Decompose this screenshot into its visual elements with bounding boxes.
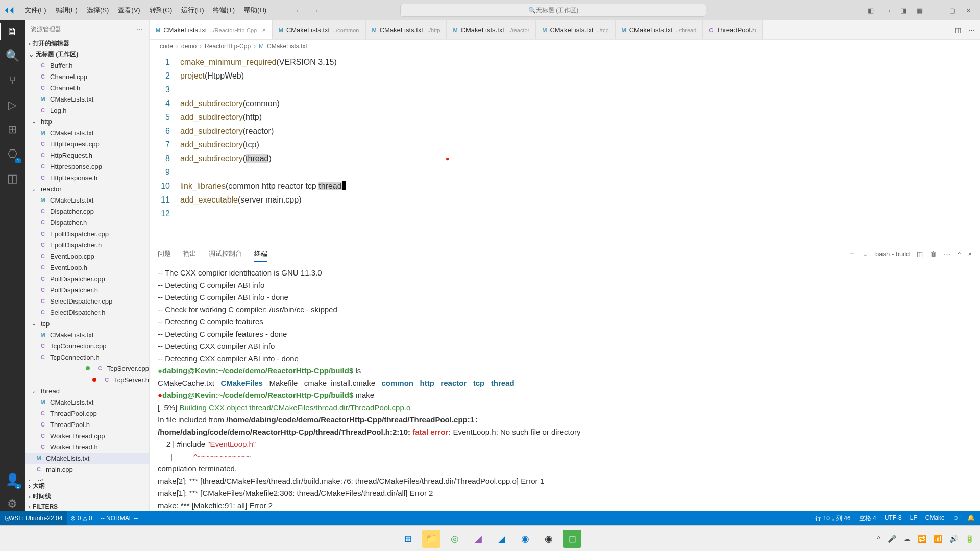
- file-item[interactable]: CHttpresponse.cpp: [24, 161, 149, 172]
- status-language[interactable]: CMake: [925, 514, 945, 523]
- explorer-icon[interactable]: 🗎: [5, 24, 19, 39]
- file-item[interactable]: CThreadPool.cpp: [24, 408, 149, 419]
- volume-icon[interactable]: 🔊: [949, 535, 958, 543]
- file-item[interactable]: CEpollDispatcher.h: [24, 239, 149, 251]
- status-spaces[interactable]: 空格:4: [859, 514, 876, 523]
- source-control-icon[interactable]: ⑂: [5, 73, 19, 88]
- status-bell-icon[interactable]: 🔔: [967, 514, 975, 523]
- file-item[interactable]: CHttpRequest.h: [24, 149, 149, 161]
- tab-close-icon[interactable]: ×: [262, 26, 266, 34]
- file-item[interactable]: MCMakeLists.txt: [24, 194, 149, 206]
- menu-help[interactable]: 帮助(H): [240, 4, 271, 17]
- layout-grid-icon[interactable]: ▦: [913, 3, 927, 17]
- tab-active[interactable]: MCMakeLists.txt../ReactorHttp-Cpp×: [150, 20, 273, 39]
- status-encoding[interactable]: UTF-8: [885, 514, 902, 523]
- tab[interactable]: MCMakeLists.txt../reactor: [447, 20, 536, 39]
- status-feedback-icon[interactable]: ☺: [953, 514, 959, 523]
- close-panel-icon[interactable]: ×: [968, 250, 972, 261]
- battery-icon[interactable]: 🔋: [965, 535, 974, 543]
- settings-icon[interactable]: ⚙: [5, 497, 19, 511]
- file-item-active[interactable]: MCMakeLists.txt: [24, 453, 149, 464]
- tab[interactable]: MCMakeLists.txt../common: [273, 20, 366, 39]
- status-eol[interactable]: LF: [910, 514, 917, 523]
- tab[interactable]: MCMakeLists.txt../http: [366, 20, 447, 39]
- menu-view[interactable]: 查看(V): [114, 4, 144, 17]
- more-icon[interactable]: ⋯: [137, 26, 143, 33]
- file-item[interactable]: CThreadPool.h: [24, 419, 149, 430]
- file-item[interactable]: CHttpResponse.h: [24, 172, 149, 183]
- file-item[interactable]: CPollDispatcher.h: [24, 284, 149, 295]
- onedrive-icon[interactable]: ☁: [903, 535, 911, 543]
- account-icon[interactable]: 👤1: [5, 472, 19, 487]
- file-item[interactable]: CDispatcher.h: [24, 217, 149, 228]
- status-errors[interactable]: ⊗ 0 △ 0: [70, 515, 92, 522]
- menu-goto[interactable]: 转到(G): [145, 4, 177, 17]
- file-item[interactable]: MCMakeLists.txt: [24, 127, 149, 138]
- code-content[interactable]: cmake_minimum_required(VERSION 3.15) pro…: [180, 53, 980, 246]
- filters-section[interactable]: ›FILTERS: [24, 502, 149, 511]
- folder-tcp[interactable]: ⌄tcp: [24, 318, 149, 329]
- file-item[interactable]: CTcpServer.cpp: [24, 363, 149, 374]
- search-icon[interactable]: 🔍: [5, 49, 19, 63]
- code-editor[interactable]: 123456789101112 cmake_minimum_required(V…: [150, 53, 980, 246]
- file-item[interactable]: CEventLoop.cpp: [24, 251, 149, 262]
- workspace-section[interactable]: ⌄无标题 (工作区): [24, 49, 149, 60]
- file-item[interactable]: CBuffer.h: [24, 60, 149, 71]
- vscode-icon[interactable]: ◢: [493, 530, 511, 548]
- panel-tab-output[interactable]: 输出: [183, 249, 197, 261]
- close-icon[interactable]: ✕: [962, 3, 976, 17]
- tab[interactable]: CThreadPool.h: [703, 20, 763, 39]
- panel-tab-terminal[interactable]: 终端: [254, 249, 267, 262]
- vs-icon[interactable]: ◢: [469, 530, 487, 548]
- file-item[interactable]: CWorkerThread.h: [24, 441, 149, 453]
- menu-select[interactable]: 选择(S): [83, 4, 113, 17]
- file-item[interactable]: CEventLoop.h: [24, 262, 149, 273]
- file-item[interactable]: CSelectDispatcher.h: [24, 307, 149, 318]
- tab[interactable]: MCMakeLists.txt../thread: [616, 20, 703, 39]
- file-item[interactable]: CTcpServer.h: [24, 374, 149, 385]
- layout-panel-icon[interactable]: ▭: [880, 3, 894, 17]
- wifi-icon[interactable]: 📶: [934, 535, 942, 543]
- file-item[interactable]: Cmain.cpp: [24, 464, 149, 475]
- minimize-icon[interactable]: —: [929, 3, 943, 17]
- remote-indicator[interactable]: ⎘ WSL: Ubuntu-22.04: [0, 511, 67, 525]
- menu-edit[interactable]: 编辑(E): [52, 4, 82, 17]
- chrome-icon[interactable]: ◉: [540, 530, 558, 548]
- file-item[interactable]: CEpollDispatcher.cpp: [24, 228, 149, 239]
- file-item[interactable]: MCMakeLists.txt: [24, 396, 149, 408]
- menu-terminal[interactable]: 终端(T): [209, 4, 239, 17]
- folder-thread[interactable]: ⌄thread: [24, 385, 149, 396]
- panel-tab-problems[interactable]: 问题: [158, 249, 171, 261]
- sync-icon[interactable]: 🔁: [918, 535, 926, 543]
- new-terminal-icon[interactable]: ＋: [849, 249, 855, 261]
- timeline-section[interactable]: ›时间线: [24, 491, 149, 502]
- terminal-dropdown-icon[interactable]: ⌄: [863, 250, 868, 261]
- folder-reactor[interactable]: ⌄reactor: [24, 183, 149, 194]
- file-item[interactable]: CTcpConnection.cpp: [24, 340, 149, 352]
- app-icon[interactable]: ◻: [563, 530, 581, 548]
- nav-back-icon[interactable]: ←: [293, 5, 304, 16]
- split-icon[interactable]: ◫: [955, 26, 961, 34]
- file-item[interactable]: CChannel.cpp: [24, 71, 149, 82]
- start-icon[interactable]: ⊞: [399, 530, 417, 548]
- more-icon[interactable]: ⋯: [944, 250, 950, 261]
- folder-http[interactable]: ⌄http: [24, 116, 149, 127]
- file-item[interactable]: CWorkerThread.cpp: [24, 430, 149, 441]
- file-item[interactable]: CSelectDispatcher.cpp: [24, 295, 149, 307]
- folder-v1[interactable]: ›v1: [24, 475, 149, 481]
- panel-tab-debug[interactable]: 调试控制台: [209, 249, 242, 261]
- file-item[interactable]: CTcpConnection.h: [24, 352, 149, 363]
- more-icon[interactable]: ⋯: [968, 26, 975, 34]
- file-item[interactable]: CDispatcher.cpp: [24, 206, 149, 217]
- run-debug-icon[interactable]: ▷: [5, 98, 19, 112]
- tab[interactable]: MCMakeLists.txt../tcp: [536, 20, 615, 39]
- layout-sidebar-icon[interactable]: ◧: [864, 3, 878, 17]
- file-item[interactable]: CHttpRequest.cpp: [24, 138, 149, 149]
- chevron-up-icon[interactable]: ^: [877, 535, 880, 543]
- trash-icon[interactable]: 🗑: [930, 250, 937, 261]
- terminal-output[interactable]: -- The CXX compiler identification is GN…: [150, 264, 980, 511]
- open-editors-section[interactable]: ›打开的编辑器: [24, 38, 149, 49]
- menu-file[interactable]: 文件(F): [20, 4, 51, 17]
- remote-icon[interactable]: ⎔1: [5, 147, 19, 161]
- nav-fwd-icon[interactable]: →: [310, 5, 321, 16]
